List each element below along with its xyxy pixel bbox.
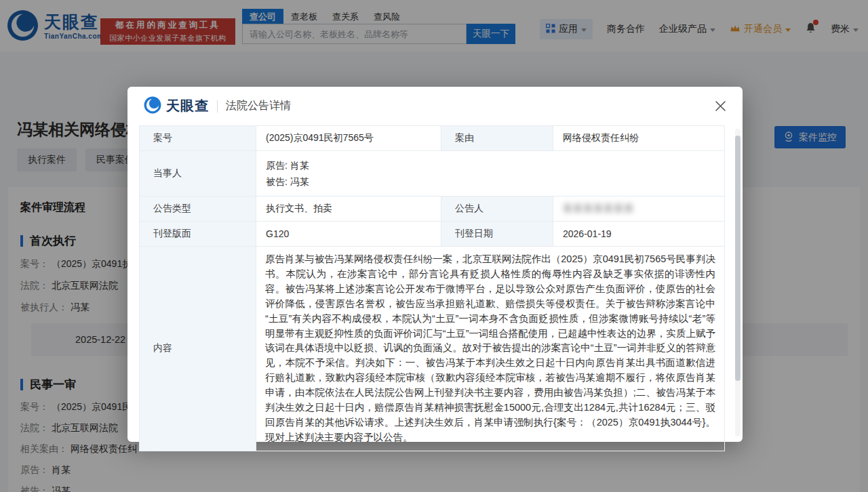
table-row: 内容 原告肖某与被告冯某网络侵权责任纠纷一案，北京互联网法院作出（2025）京0…: [140, 247, 725, 451]
modal-brand: 天眼查: [166, 97, 209, 115]
parties-label: 当事人: [140, 151, 256, 197]
announcement-type-value: 执行文书、拍卖: [256, 197, 441, 222]
publication-page-value: G120: [256, 222, 441, 247]
case-number-label: 案号: [140, 126, 256, 151]
modal-header: 天眼查 法院公告详情: [127, 87, 743, 125]
close-icon[interactable]: [711, 97, 729, 115]
case-number-value: (2025)京0491民初7565号: [256, 126, 441, 151]
defendant-line: 被告: 冯某: [266, 173, 715, 190]
court-announcement-modal: 天眼查 法院公告详情 案号 (2025)京0491民初7565号 案由 网络侵权…: [127, 87, 743, 442]
parties-value: 原告: 肖某 被告: 冯某: [256, 151, 725, 197]
modal-scrollbar-track[interactable]: [735, 129, 741, 436]
announcer-value-redacted: 某某某某某某某: [553, 197, 725, 222]
announcer-label: 公告人: [441, 197, 553, 222]
announcement-detail-table: 案号 (2025)京0491民初7565号 案由 网络侵权责任纠纷 当事人 原告…: [139, 125, 725, 451]
plaintiff-line: 原告: 肖某: [266, 157, 715, 173]
publication-date-label: 刊登日期: [441, 222, 553, 247]
content-label: 内容: [140, 247, 256, 451]
divider: [217, 100, 218, 112]
publication-page-label: 刊登版面: [140, 222, 256, 247]
table-row: 刊登版面 G120 刊登日期 2026-01-19: [140, 222, 725, 247]
cause-value: 网络侵权责任纠纷: [553, 126, 725, 151]
table-row: 当事人 原告: 肖某 被告: 冯某: [140, 151, 725, 197]
announcement-type-label: 公告类型: [140, 197, 256, 222]
modal-scrollbar-thumb[interactable]: [735, 136, 741, 381]
tianyancha-logo-icon: [144, 96, 161, 117]
table-row: 公告类型 执行文书、拍卖 公告人 某某某某某某某: [140, 197, 725, 222]
cause-label: 案由: [441, 126, 553, 151]
modal-title: 法院公告详情: [226, 99, 291, 113]
content-value: 原告肖某与被告冯某网络侵权责任纠纷一案，北京互联网法院作出（2025）京0491…: [256, 247, 725, 451]
publication-date-value: 2026-01-19: [553, 222, 725, 247]
table-row: 案号 (2025)京0491民初7565号 案由 网络侵权责任纠纷: [140, 126, 725, 151]
